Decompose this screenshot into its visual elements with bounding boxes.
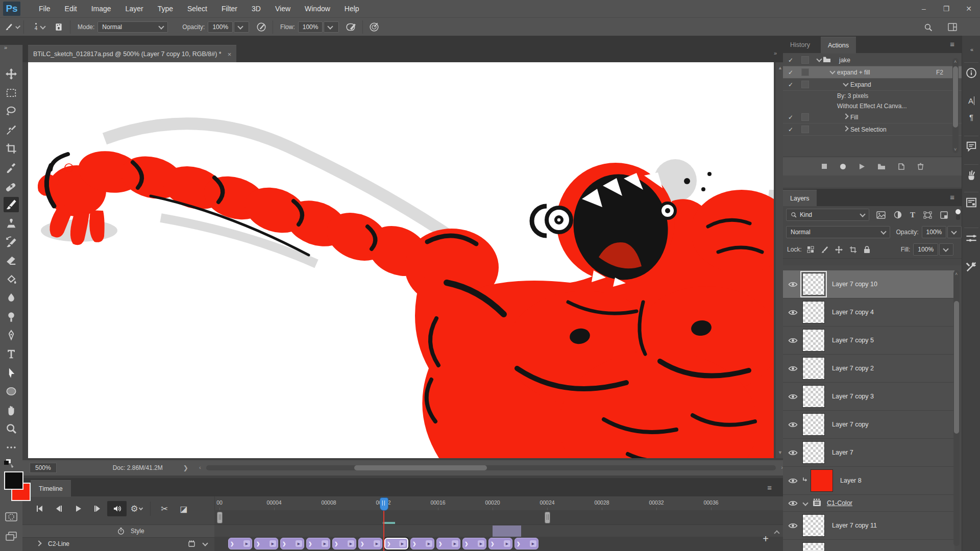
record-button[interactable] (840, 163, 846, 170)
chevron-down-icon[interactable] (843, 81, 848, 86)
timeline-settings-button[interactable]: ⚙ (127, 501, 146, 516)
playhead-marker[interactable] (380, 497, 388, 511)
dialog-toggle-box[interactable] (801, 56, 809, 64)
clip-expand-icon[interactable]: ❯ (334, 541, 338, 546)
chevron-down-icon[interactable] (202, 540, 208, 546)
action-row[interactable]: ✓expand + fillF2 (783, 66, 962, 79)
layer-thumbnail[interactable] (802, 357, 825, 380)
document-tab[interactable]: BTiLC_sketch_012817a.psd @ 500% (Layer 7… (28, 45, 236, 63)
dodge-tool-icon[interactable] (4, 309, 19, 324)
timeline-clip[interactable]: ❯▶ (358, 538, 382, 549)
tab-layers[interactable]: Layers (783, 190, 817, 207)
layer-row[interactable]: Layer 7 copy 10 (783, 270, 954, 298)
zoom-level-field[interactable]: 500% (30, 463, 57, 473)
clip-expand-icon[interactable]: ❯ (517, 541, 521, 546)
blend-mode-select[interactable]: Normal (786, 226, 890, 238)
chevron-down-icon[interactable] (802, 500, 808, 506)
collapse-panels-icon[interactable]: « (964, 42, 979, 57)
eraser-tool-icon[interactable] (4, 253, 19, 268)
stopwatch-icon[interactable] (117, 528, 125, 535)
transition-button[interactable]: ◪ (174, 501, 193, 516)
layer-fill-field[interactable]: 100% (913, 243, 938, 256)
timeline-clip[interactable]: ❯▶ (254, 538, 278, 549)
track-name[interactable]: C2-Line (48, 540, 69, 547)
layer-name[interactable]: Layer 7 copy 5 (832, 337, 874, 344)
layer-opacity-field[interactable]: 100% (922, 226, 947, 238)
add-media-button[interactable]: + (763, 533, 769, 545)
layer-row[interactable]: C1-Color (783, 495, 954, 512)
clip-expand-icon[interactable]: ❯ (282, 541, 286, 546)
visibility-eye-icon[interactable] (783, 522, 802, 529)
layer-row[interactable]: Layer 7 copy 3 (783, 383, 954, 411)
history-brush-tool-icon[interactable] (4, 234, 19, 249)
blur-tool-icon[interactable] (4, 290, 19, 306)
visibility-eye-icon[interactable] (783, 500, 802, 507)
workspace-switcher-icon[interactable] (945, 20, 960, 34)
screen-mode-button[interactable] (4, 529, 19, 544)
split-clip-button[interactable]: ✂ (155, 501, 174, 516)
path-selection-tool-icon[interactable] (4, 365, 19, 381)
dialog-toggle-box[interactable] (801, 81, 809, 88)
timeline-clip[interactable]: ❯▶ (410, 538, 434, 549)
play-action-button[interactable] (859, 163, 865, 170)
layer-thumbnail[interactable] (802, 301, 825, 323)
timeline-ruler[interactable]: 0000004000080001200016000200002400028000… (214, 496, 783, 512)
clip-expand-icon[interactable]: ❯ (412, 541, 416, 546)
timeline-clip[interactable]: ❯▶ (514, 538, 538, 549)
status-options-icon[interactable]: ❯ (183, 464, 188, 471)
notes-icon[interactable] (964, 139, 979, 154)
scrollbar-thumb[interactable] (953, 66, 958, 128)
close-button[interactable]: ✕ (958, 2, 980, 15)
first-frame-button[interactable] (30, 501, 49, 516)
delete-action-button[interactable] (917, 163, 924, 170)
filter-adjustment-layers-icon[interactable] (894, 211, 902, 219)
timeline-clip[interactable]: ❯▶ (436, 538, 460, 549)
type-tool-icon[interactable] (4, 346, 19, 362)
timeline-clip[interactable]: ❯▶ (488, 538, 512, 549)
scroll-left-icon[interactable]: ‹ (199, 464, 201, 470)
document-tab-close-icon[interactable]: × (228, 51, 232, 58)
clone-stamp-tool-icon[interactable] (4, 216, 19, 231)
timeline-clip[interactable]: ❯▶ (384, 538, 408, 549)
brush-presets-icon[interactable] (964, 167, 979, 183)
lock-all-icon[interactable] (864, 246, 870, 254)
timeline-clip[interactable]: ❯▶ (462, 538, 486, 549)
brush-settings-icon[interactable] (964, 231, 979, 246)
pressure-opacity-toggle[interactable] (254, 20, 268, 34)
tab-timeline[interactable]: Timeline (31, 480, 71, 497)
scrollbar-track[interactable] (206, 465, 776, 470)
layer-row[interactable]: Layer 7 (783, 439, 954, 467)
chevron-down-icon[interactable] (829, 68, 835, 74)
horizontal-scrollbar[interactable]: ‹ › (206, 464, 776, 471)
action-row[interactable]: ✓Set Selection (783, 123, 962, 136)
layer-name[interactable]: Layer 7 copy 10 (832, 281, 877, 288)
filter-smart-objects-icon[interactable] (940, 211, 948, 219)
opacity-field[interactable]: 100% (208, 21, 233, 33)
scroll-up-icon[interactable]: ˄ (954, 59, 957, 64)
lock-artboard-icon[interactable] (849, 246, 857, 254)
menu-type[interactable]: Type (151, 0, 180, 17)
lock-transparency-icon[interactable] (807, 246, 814, 253)
checkmark-icon[interactable]: ✓ (788, 57, 793, 64)
layer-name[interactable]: Layer 7 copy 3 (832, 393, 874, 400)
spot-healing-tool-icon[interactable] (4, 179, 19, 194)
filter-type-layers-icon[interactable]: T (910, 211, 915, 219)
layer-thumbnail[interactable] (802, 441, 825, 464)
layer-opacity-dropdown[interactable] (947, 226, 962, 238)
clip-expand-icon[interactable]: ❯ (491, 541, 495, 546)
layer-thumbnail[interactable] (802, 273, 825, 295)
filter-shape-layers-icon[interactable] (923, 211, 932, 219)
layer-thumbnail[interactable] (802, 542, 825, 551)
visibility-eye-icon[interactable] (783, 365, 802, 372)
layer-row[interactable]: Layer 7 copy (783, 411, 954, 439)
track-expand-icon[interactable] (36, 540, 41, 546)
vertical-scrollbar[interactable]: ▲ ▼ (776, 62, 783, 458)
scroll-up-icon[interactable]: ▲ (778, 65, 782, 70)
toggle-brush-panel-button[interactable] (52, 20, 66, 34)
scroll-down-icon[interactable]: ˅ (954, 147, 957, 152)
zoom-tool-icon[interactable] (4, 421, 19, 436)
properties-icon[interactable] (964, 195, 979, 210)
new-set-folder-button[interactable] (877, 163, 886, 170)
action-row[interactable]: Without Effect At Canva... (783, 101, 962, 111)
visibility-eye-icon[interactable] (783, 281, 802, 288)
